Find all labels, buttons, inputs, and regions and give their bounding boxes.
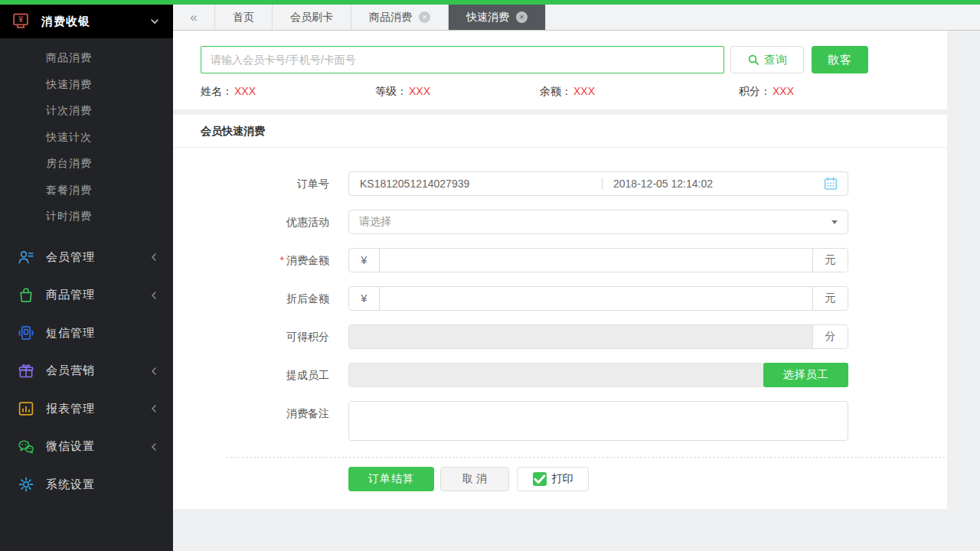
- member-name: 姓名：XXX: [201, 85, 375, 99]
- points-input: [349, 325, 812, 348]
- print-label: 打印: [552, 472, 573, 486]
- chevron-left-icon: [150, 442, 159, 452]
- remark-row: 消费备注: [173, 401, 947, 443]
- gear-icon: [17, 475, 35, 494]
- sidebar-header-label: 消费收银: [41, 15, 150, 29]
- sidebar-item-sms-management[interactable]: 短信管理: [0, 315, 173, 353]
- order-row: 订单号 KS1812051214027939 2018-12-05 12:14:…: [173, 171, 947, 196]
- sidebar-item-goods-management[interactable]: 商品管理: [0, 276, 173, 315]
- sidebar-item-member-management[interactable]: 会员管理: [0, 239, 173, 277]
- workspace: 查询 散客 姓名：XXX 等级：XXX 余额：XXX: [173, 31, 980, 551]
- chevron-left-icon: [150, 367, 159, 376]
- sidebar-item-report-management[interactable]: 报表管理: [0, 390, 173, 429]
- currency-prefix: ¥: [349, 249, 380, 272]
- member-balance: 余额：XXX: [540, 85, 739, 99]
- sidebar-subitem-goods-consume[interactable]: 商品消费: [0, 44, 173, 71]
- collapse-tabs-button[interactable]: «: [173, 5, 215, 30]
- chevron-left-icon: [150, 253, 159, 262]
- quick-consume-panel: 会员快速消费 订单号 KS1812051214027939 2018-12-05…: [173, 115, 947, 509]
- dashed-divider: [227, 457, 945, 458]
- sidebar-item-wechat-settings[interactable]: 微信设置: [0, 428, 173, 466]
- sidebar-main-menu: 会员管理 商品管理: [0, 239, 173, 504]
- sidebar-subitem-package-consume[interactable]: 套餐消费: [0, 177, 173, 204]
- wechat-icon: [17, 438, 35, 456]
- caret-down-icon: [831, 220, 838, 224]
- main-row: ¥ 消费收银 商品消费 快速消费 计次消费 快速计次 房台消费 套餐消费 计时消…: [0, 5, 980, 551]
- cash-register-icon: ¥: [11, 11, 31, 31]
- remark-textarea[interactable]: [348, 401, 848, 441]
- action-buttons: 订单结算 取 消 打印: [348, 467, 947, 491]
- order-number-box: KS1812051214027939 2018-12-05 12:14:02: [348, 171, 848, 196]
- cancel-button[interactable]: 取 消: [440, 467, 509, 491]
- sidebar-submenu: 商品消费 快速消费 计次消费 快速计次 房台消费 套餐消费 计时消费: [0, 38, 173, 230]
- tab-bar: « 首页 会员刷卡 商品消费 × 快速消费 ×: [173, 5, 980, 31]
- promo-row: 优惠活动 请选择: [173, 210, 947, 234]
- member-info-row: 姓名：XXX 等级：XXX 余额：XXX 积分：XXX: [201, 85, 947, 99]
- tab-quick-consume[interactable]: 快速消费 ×: [449, 5, 546, 30]
- sidebar-subitem-room-consume[interactable]: 房台消费: [0, 150, 173, 177]
- chevron-left-icon: [150, 404, 159, 413]
- calendar-icon[interactable]: [823, 176, 838, 191]
- sms-icon: [17, 324, 35, 342]
- member-icon: [17, 248, 35, 266]
- close-icon[interactable]: ×: [419, 11, 430, 23]
- staff-input: [348, 363, 763, 387]
- sidebar-item-system-settings[interactable]: 系统设置: [0, 466, 173, 504]
- order-datetime: 2018-12-05 12:14:02: [613, 178, 823, 190]
- svg-text:¥: ¥: [18, 15, 23, 24]
- panel-title: 会员快速消费: [173, 115, 947, 148]
- sidebar: ¥ 消费收银 商品消费 快速消费 计次消费 快速计次 房台消费 套餐消费 计时消…: [0, 5, 173, 551]
- amount-input[interactable]: [380, 249, 812, 272]
- amount-row: *消费金额 ¥ 元: [173, 248, 947, 272]
- staff-row: 提成员工 选择员工: [173, 363, 947, 387]
- close-icon[interactable]: ×: [516, 11, 528, 23]
- divider: [602, 178, 603, 190]
- content-column: « 首页 会员刷卡 商品消费 × 快速消费 ×: [173, 5, 980, 551]
- sidebar-subitem-timed-consume[interactable]: 计时消费: [0, 203, 173, 230]
- goods-icon: [17, 286, 35, 305]
- gift-icon: [17, 362, 35, 380]
- discount-row: 折后金额 ¥ 元: [173, 286, 947, 311]
- sidebar-subitem-quick-count[interactable]: 快速计次: [0, 124, 173, 151]
- sidebar-subitem-count-consume[interactable]: 计次消费: [0, 97, 173, 124]
- unit-suffix: 元: [812, 249, 848, 272]
- search-icon: [747, 54, 760, 66]
- search-input[interactable]: [201, 46, 724, 73]
- sidebar-item-member-marketing[interactable]: 会员营销: [0, 352, 173, 390]
- currency-prefix: ¥: [349, 287, 380, 310]
- chevron-down-icon: [150, 17, 159, 26]
- checkbox-checked-icon[interactable]: [533, 472, 547, 486]
- unit-suffix: 元: [812, 287, 848, 310]
- member-level: 等级：XXX: [375, 85, 540, 99]
- tab-home[interactable]: 首页: [215, 5, 273, 30]
- sidebar-subitem-quick-consume[interactable]: 快速消费: [0, 71, 173, 98]
- quick-consume-form: 订单号 KS1812051214027939 2018-12-05 12:14:…: [173, 148, 947, 491]
- guest-button[interactable]: 散客: [812, 46, 868, 73]
- promo-select[interactable]: 请选择: [348, 210, 848, 234]
- app-root: ¥ 消费收银 商品消费 快速消费 计次消费 快速计次 房台消费 套餐消费 计时消…: [0, 0, 980, 551]
- settle-order-button[interactable]: 订单结算: [348, 467, 434, 491]
- points-row: 可得积分 分: [173, 324, 947, 349]
- unit-suffix: 分: [812, 325, 848, 348]
- tab-goods-consume[interactable]: 商品消费 ×: [351, 5, 449, 30]
- print-checkbox-group[interactable]: 打印: [517, 467, 589, 491]
- tab-member-swipe[interactable]: 会员刷卡: [273, 5, 351, 30]
- sidebar-item-consume-cashier[interactable]: ¥ 消费收银: [0, 5, 173, 38]
- required-mark: *: [280, 254, 284, 266]
- select-staff-button[interactable]: 选择员工: [763, 363, 848, 387]
- member-search-section: 查询 散客 姓名：XXX 等级：XXX 余额：XXX: [173, 31, 947, 109]
- member-points: 积分：XXX: [739, 85, 794, 99]
- chevron-left-icon: [150, 291, 159, 300]
- order-number: KS1812051214027939: [360, 178, 602, 190]
- discount-input[interactable]: [380, 287, 812, 310]
- report-icon: [17, 399, 35, 418]
- query-button[interactable]: 查询: [730, 46, 804, 73]
